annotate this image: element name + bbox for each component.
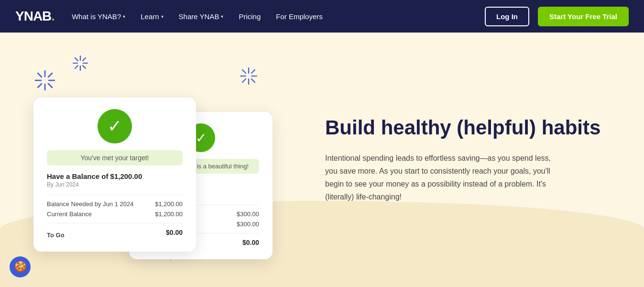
navbar: YNAB. What is YNAB? ▾ Learn ▾ Share YNAB…	[0, 0, 644, 33]
svg-line-23	[242, 79, 246, 82]
card-front-togo-value: $0.00	[166, 229, 183, 239]
card-front-row1: Balance Needed by Jun 1 2024 $1,200.00	[47, 199, 183, 209]
target-met-badge: You've met your target!	[47, 150, 183, 166]
svg-line-13	[83, 66, 86, 68]
hero-heading: Build healthy (helpful) habits	[325, 116, 606, 140]
svg-line-21	[251, 79, 255, 82]
logo-text: YNAB	[15, 9, 51, 24]
nav-item-share-ynab[interactable]: Share YNAB ▾	[173, 9, 229, 24]
logo-dot: .	[51, 9, 55, 24]
chevron-down-icon: ▾	[221, 14, 223, 19]
checkmark-icon: ✓	[196, 130, 207, 146]
hero-section: ✓ Being debt free is a beautiful thing! …	[0, 33, 644, 287]
card-back-row2-value: $300.00	[237, 221, 259, 228]
nav-item-for-employers[interactable]: For Employers	[270, 9, 328, 24]
login-button[interactable]: Log In	[485, 7, 529, 26]
card-front-subtitle: By Jun 2024	[47, 181, 183, 188]
nav-item-what-is-ynab[interactable]: What is YNAB? ▾	[66, 9, 131, 24]
card-front-row2-label: Current Balance	[47, 210, 92, 218]
svg-line-7	[38, 84, 42, 88]
card-front-togo: To Go $0.00	[47, 227, 183, 240]
card-front-row2-value: $1,200.00	[155, 210, 183, 218]
hero-text-area: Build healthy (helpful) habits Intention…	[296, 87, 644, 232]
svg-line-4	[38, 73, 42, 77]
cookie-icon: 🍪	[14, 261, 27, 273]
cookie-button[interactable]: 🍪	[10, 256, 31, 277]
chevron-down-icon: ▾	[123, 14, 125, 19]
card-front-row1-label: Balance Needed by Jun 1 2024	[47, 200, 133, 208]
sparkle-icon	[33, 69, 56, 92]
svg-line-20	[242, 70, 246, 73]
check-circle-front: ✓	[98, 109, 132, 144]
nav-item-learn[interactable]: Learn ▾	[135, 9, 169, 24]
svg-line-14	[83, 58, 86, 61]
card-back-row1-value: $300.00	[237, 210, 259, 218]
svg-line-22	[251, 70, 255, 73]
card-front-row1-value: $1,200.00	[155, 200, 183, 208]
card-front: ✓ You've met your target! Have a Balance…	[33, 98, 196, 252]
svg-line-5	[48, 84, 52, 88]
card-back-togo-value: $0.00	[242, 239, 259, 246]
cards-area: ✓ Being debt free is a beautiful thing! …	[19, 45, 296, 275]
svg-line-15	[75, 66, 78, 68]
hero-body: Intentional spending leads to effortless…	[325, 152, 555, 204]
logo[interactable]: YNAB.	[15, 9, 55, 24]
nav-item-pricing[interactable]: Pricing	[233, 9, 266, 24]
card-front-title: Have a Balance of $1,200.00	[47, 172, 183, 180]
trial-button[interactable]: Start Your Free Trial	[538, 7, 629, 26]
checkmark-icon: ✓	[108, 118, 122, 135]
sparkle-icon	[72, 55, 89, 72]
sparkle-icon	[239, 66, 258, 86]
card-front-togo-label: To Go	[47, 232, 65, 239]
card-front-row2: Current Balance $1,200.00	[47, 209, 183, 219]
svg-line-12	[75, 58, 78, 61]
chevron-down-icon: ▾	[161, 14, 164, 19]
svg-line-6	[48, 73, 52, 77]
